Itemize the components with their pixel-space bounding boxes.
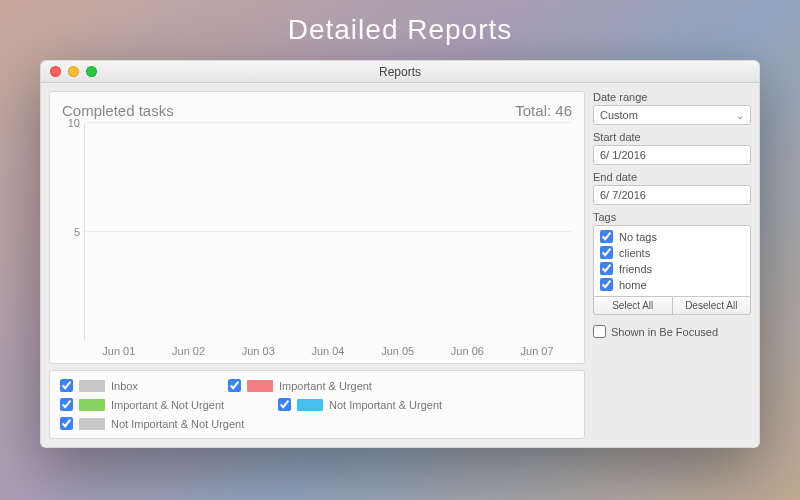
x-tick: Jun 05	[377, 345, 419, 357]
legend-label: Not Important & Urgent	[329, 399, 442, 411]
tag-checkbox[interactable]	[600, 230, 613, 243]
legend-checkbox[interactable]	[60, 398, 73, 411]
x-tick: Jun 03	[237, 345, 279, 357]
color-swatch	[247, 380, 273, 392]
start-date-value: 6/ 1/2016	[600, 149, 646, 161]
plot-area	[84, 123, 572, 341]
date-range-value: Custom	[600, 109, 638, 121]
shown-in-befocused-row[interactable]: Shown in Be Focused	[593, 325, 751, 338]
legend-item-niu[interactable]: Not Important & Urgent	[278, 398, 478, 411]
end-date-input[interactable]: 6/ 7/2016	[593, 185, 751, 205]
legend-checkbox[interactable]	[60, 417, 73, 430]
legend-label: Important & Urgent	[279, 380, 372, 392]
legend-card: InboxImportant & UrgentImportant & Not U…	[49, 370, 585, 439]
x-tick: Jun 07	[516, 345, 558, 357]
chart-area: 510	[62, 123, 572, 341]
color-swatch	[79, 399, 105, 411]
start-date-label: Start date	[593, 131, 751, 143]
chevron-down-icon: ⌄	[736, 110, 744, 121]
x-tick: Jun 06	[446, 345, 488, 357]
color-swatch	[79, 418, 105, 430]
color-swatch	[79, 380, 105, 392]
select-all-button[interactable]: Select All	[593, 297, 672, 315]
date-range-label: Date range	[593, 91, 751, 103]
shown-label: Shown in Be Focused	[611, 326, 718, 338]
tag-row[interactable]: No tags	[600, 230, 744, 243]
y-axis: 510	[62, 123, 84, 341]
legend-item-inu[interactable]: Important & Not Urgent	[60, 398, 260, 411]
y-tick: 5	[74, 226, 80, 238]
chart-card: Completed tasks Total: 46 510 Jun 01Jun …	[49, 91, 585, 364]
legend-label: Not Important & Not Urgent	[111, 418, 244, 430]
chart-total: Total: 46	[515, 102, 572, 119]
legend-checkbox[interactable]	[278, 398, 291, 411]
window-titlebar[interactable]: Reports	[41, 61, 759, 83]
end-date-value: 6/ 7/2016	[600, 189, 646, 201]
legend-label: Important & Not Urgent	[111, 399, 224, 411]
date-range-select[interactable]: Custom ⌄	[593, 105, 751, 125]
tag-checkbox[interactable]	[600, 246, 613, 259]
sidebar: Date range Custom ⌄ Start date 6/ 1/2016…	[593, 91, 751, 439]
tag-label: No tags	[619, 231, 657, 243]
tag-checkbox[interactable]	[600, 262, 613, 275]
legend-checkbox[interactable]	[60, 379, 73, 392]
reports-window: Reports Completed tasks Total: 46 510	[40, 60, 760, 448]
tag-label: home	[619, 279, 647, 291]
tags-list[interactable]: No tagsclientsfriendshome	[593, 225, 751, 297]
x-axis-labels: Jun 01Jun 02Jun 03Jun 04Jun 05Jun 06Jun …	[84, 345, 572, 357]
total-label: Total:	[515, 102, 551, 119]
color-swatch	[297, 399, 323, 411]
legend-label: Inbox	[111, 380, 138, 392]
legend-checkbox[interactable]	[228, 379, 241, 392]
x-tick: Jun 02	[168, 345, 210, 357]
tag-row[interactable]: home	[600, 278, 744, 291]
legend-item-ninu[interactable]: Not Important & Not Urgent	[60, 417, 260, 430]
window-title: Reports	[41, 65, 759, 79]
tag-checkbox[interactable]	[600, 278, 613, 291]
tag-label: clients	[619, 247, 650, 259]
total-value: 46	[555, 102, 572, 119]
end-date-label: End date	[593, 171, 751, 183]
tag-label: friends	[619, 263, 652, 275]
y-tick: 10	[68, 117, 80, 129]
legend-item-inbox[interactable]: Inbox	[60, 379, 210, 392]
start-date-input[interactable]: 6/ 1/2016	[593, 145, 751, 165]
tags-label: Tags	[593, 211, 751, 223]
deselect-all-button[interactable]: Deselect All	[672, 297, 752, 315]
page-title: Detailed Reports	[288, 14, 513, 46]
x-tick: Jun 01	[98, 345, 140, 357]
tag-row[interactable]: friends	[600, 262, 744, 275]
x-tick: Jun 04	[307, 345, 349, 357]
tag-row[interactable]: clients	[600, 246, 744, 259]
shown-checkbox[interactable]	[593, 325, 606, 338]
legend-item-iu[interactable]: Important & Urgent	[228, 379, 428, 392]
